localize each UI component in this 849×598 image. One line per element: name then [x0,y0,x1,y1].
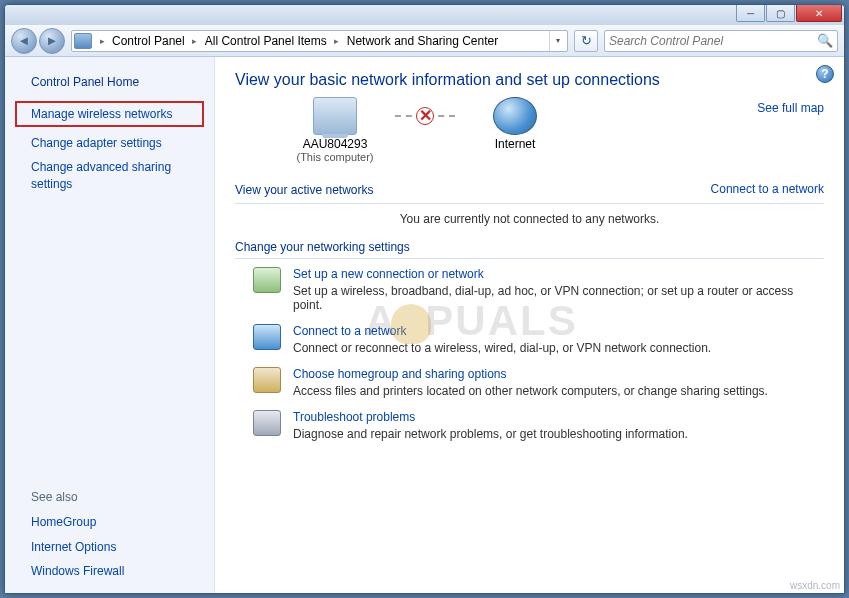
content: ? View your basic network information an… [215,57,844,593]
globe-icon [493,97,537,135]
nav-buttons: ◄ ► [11,28,65,54]
active-networks-heading: View your active networks [235,183,374,197]
setup-connection-desc: Set up a wireless, broadband, dial-up, a… [293,284,824,312]
homegroup-link[interactable]: Choose homegroup and sharing options [293,367,768,381]
search-box[interactable]: 🔍 [604,30,838,52]
titlebar: ─ ▢ ✕ [5,5,844,25]
connect-network-icon [253,324,281,350]
sidebar-spacer [15,196,204,491]
refresh-button[interactable]: ↻ [574,30,598,52]
map-node-internet: Internet [455,97,575,151]
manage-wireless-link[interactable]: Manage wireless networks [15,101,204,127]
change-advanced-link[interactable]: Change advanced sharing settings [15,155,204,195]
minimize-button[interactable]: ─ [736,5,765,22]
homegroup-icon [253,367,281,393]
computer-icon [313,97,357,135]
corner-credit: wsxdn.com [790,580,840,591]
setup-connection-link[interactable]: Set up a new connection or network [293,267,824,281]
map-connection-line: ✕ [395,115,455,117]
change-settings-heading: Change your networking settings [235,240,824,254]
task-setup-connection: Set up a new connection or network Set u… [253,267,824,312]
internet-label: Internet [495,137,536,151]
breadcrumb-all-items[interactable]: All Control Panel Items [201,31,331,51]
forward-button[interactable]: ► [39,28,65,54]
divider [235,203,824,204]
see-also-windows-firewall[interactable]: Windows Firewall [15,559,204,583]
connect-to-network-link[interactable]: Connect to a network [711,182,824,196]
control-panel-icon [74,33,92,49]
map-node-computer: AAU804293 (This computer) [275,97,395,163]
task-homegroup: Choose homegroup and sharing options Acc… [253,367,824,398]
setup-connection-icon [253,267,281,293]
task-troubleshoot: Troubleshoot problems Diagnose and repai… [253,410,824,441]
network-map: AAU804293 (This computer) ✕ Internet [275,97,824,163]
breadcrumb-control-panel[interactable]: Control Panel [108,31,189,51]
search-input[interactable] [609,34,817,48]
connect-network-link[interactable]: Connect to a network [293,324,711,338]
control-panel-home-link[interactable]: Control Panel Home [31,75,198,89]
task-connect-network: Connect to a network Connect or reconnec… [253,324,824,355]
see-also-heading: See also [31,490,204,504]
troubleshoot-link[interactable]: Troubleshoot problems [293,410,688,424]
window: ─ ▢ ✕ ◄ ► ▸ Control Panel ▸ All Control … [4,4,845,594]
navigation-bar: ◄ ► ▸ Control Panel ▸ All Control Panel … [5,25,844,57]
chevron-right-icon[interactable]: ▸ [189,31,201,51]
body: Control Panel Home Manage wireless netwo… [5,57,844,593]
computer-name: AAU804293 [303,137,368,151]
divider [235,258,824,259]
back-button[interactable]: ◄ [11,28,37,54]
change-adapter-link[interactable]: Change adapter settings [15,131,204,155]
homegroup-desc: Access files and printers located on oth… [293,384,768,398]
troubleshoot-desc: Diagnose and repair network problems, or… [293,427,688,441]
connect-network-desc: Connect or reconnect to a wireless, wire… [293,341,711,355]
troubleshoot-icon [253,410,281,436]
chevron-right-icon[interactable]: ▸ [96,31,108,51]
maximize-button[interactable]: ▢ [766,5,795,22]
not-connected-message: You are currently not connected to any n… [235,212,824,226]
sidebar: Control Panel Home Manage wireless netwo… [5,57,215,593]
address-bar[interactable]: ▸ Control Panel ▸ All Control Panel Item… [71,30,568,52]
search-icon[interactable]: 🔍 [817,33,833,48]
page-title: View your basic network information and … [235,71,824,89]
breadcrumb-network-sharing[interactable]: Network and Sharing Center [343,31,502,51]
see-also-internet-options[interactable]: Internet Options [15,535,204,559]
address-dropdown[interactable]: ▾ [549,31,565,51]
computer-sublabel: (This computer) [296,151,373,163]
task-list: Set up a new connection or network Set u… [235,267,824,441]
close-button[interactable]: ✕ [796,5,842,22]
disconnected-x-icon: ✕ [416,107,434,125]
chevron-right-icon[interactable]: ▸ [331,31,343,51]
see-also-homegroup[interactable]: HomeGroup [15,510,204,534]
active-networks-row: View your active networks Connect to a n… [235,177,824,201]
help-icon[interactable]: ? [816,65,834,83]
